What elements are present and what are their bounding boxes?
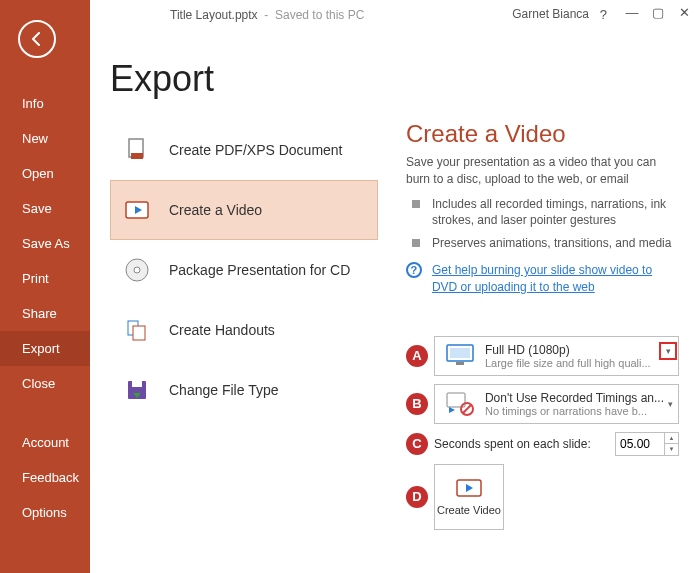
option-package-cd[interactable]: Package Presentation for CD: [110, 240, 378, 300]
video-icon: [121, 194, 153, 226]
timings-dropdown[interactable]: Don't Use Recorded Timings an... No timi…: [434, 384, 679, 424]
quality-title: Full HD (1080p): [485, 343, 678, 357]
document-name: Title Layout.pptx: [170, 8, 258, 22]
callout-a: A: [406, 345, 428, 367]
option-handouts[interactable]: Create Handouts: [110, 300, 378, 360]
svg-rect-7: [133, 326, 145, 340]
callout-d: D: [406, 486, 428, 508]
option-pdf-xps[interactable]: Create PDF/XPS Document: [110, 120, 378, 180]
sidebar-item-account[interactable]: Account: [0, 425, 90, 460]
spinner-up-icon[interactable]: ▲: [665, 433, 678, 444]
seconds-spinner[interactable]: ▲ ▼: [615, 432, 679, 456]
handouts-icon: [121, 314, 153, 346]
svg-rect-12: [456, 362, 464, 365]
option-create-video[interactable]: Create a Video: [110, 180, 378, 240]
help-button[interactable]: ?: [600, 7, 607, 22]
sidebar-item-save-as[interactable]: Save As: [0, 226, 90, 261]
quality-dropdown[interactable]: Full HD (1080p) Large file size and full…: [434, 336, 679, 376]
save-status: Saved to this PC: [275, 8, 364, 22]
save-as-icon: [121, 374, 153, 406]
export-detail-pane: Create a Video Save your presentation as…: [378, 120, 679, 538]
svg-rect-11: [450, 348, 470, 358]
sidebar-item-options[interactable]: Options: [0, 495, 90, 530]
monitor-icon: [443, 341, 477, 371]
bullet-text: Preserves animations, transitions, and m…: [432, 235, 671, 252]
svg-rect-9: [132, 381, 142, 387]
create-video-icon: [455, 476, 483, 500]
backstage-sidebar: Info New Open Save Save As Print Share E…: [0, 0, 90, 573]
option-change-file-type[interactable]: Change File Type: [110, 360, 378, 420]
timings-sub: No timings or narrations have b...: [485, 405, 664, 417]
help-link[interactable]: Get help burning your slide show video t…: [432, 262, 679, 296]
user-name[interactable]: Garnet Bianca: [512, 7, 589, 21]
svg-marker-14: [449, 407, 455, 413]
help-info-icon: ?: [406, 262, 422, 278]
dropdown-arrow-icon[interactable]: ▾: [664, 399, 678, 409]
svg-rect-1: [131, 153, 143, 159]
maximize-button[interactable]: ▢: [651, 5, 665, 20]
callout-c: C: [406, 433, 428, 455]
minimize-button[interactable]: —: [625, 5, 639, 20]
sidebar-item-info[interactable]: Info: [0, 86, 90, 121]
sidebar-item-save[interactable]: Save: [0, 191, 90, 226]
sidebar-item-open[interactable]: Open: [0, 156, 90, 191]
bullet-icon: [412, 200, 420, 208]
sidebar-item-export[interactable]: Export: [0, 331, 90, 366]
svg-point-5: [134, 267, 140, 273]
sidebar-item-print[interactable]: Print: [0, 261, 90, 296]
page-title: Export: [110, 58, 679, 100]
titlebar: Title Layout.pptx - Saved to this PC Gar…: [90, 0, 699, 30]
sidebar-item-close[interactable]: Close: [0, 366, 90, 401]
quality-sub: Large file size and full high quali...: [485, 357, 678, 369]
export-options-list: Create PDF/XPS Document Create a Video P…: [110, 120, 378, 538]
seconds-label: Seconds spent on each slide:: [434, 437, 615, 451]
sidebar-item-new[interactable]: New: [0, 121, 90, 156]
create-video-label: Create Video: [437, 504, 501, 517]
detail-subtitle: Save your presentation as a video that y…: [406, 154, 679, 188]
callout-b: B: [406, 393, 428, 415]
bullet-icon: [412, 239, 420, 247]
back-button[interactable]: [18, 20, 56, 58]
spinner-down-icon[interactable]: ▼: [665, 444, 678, 455]
sidebar-item-feedback[interactable]: Feedback: [0, 460, 90, 495]
bullet-text: Includes all recorded timings, narration…: [432, 196, 679, 230]
create-video-button[interactable]: Create Video: [434, 464, 504, 530]
pdf-document-icon: [121, 134, 153, 166]
sidebar-item-share[interactable]: Share: [0, 296, 90, 331]
timings-title: Don't Use Recorded Timings an...: [485, 391, 664, 405]
dropdown-arrow-icon[interactable]: ▾: [659, 342, 677, 360]
seconds-input[interactable]: [616, 437, 664, 451]
cd-icon: [121, 254, 153, 286]
no-narration-icon: [443, 389, 477, 419]
close-window-button[interactable]: ✕: [677, 5, 691, 20]
detail-title: Create a Video: [406, 120, 679, 148]
main-content: Export Create PDF/XPS Document Create a …: [90, 30, 699, 573]
